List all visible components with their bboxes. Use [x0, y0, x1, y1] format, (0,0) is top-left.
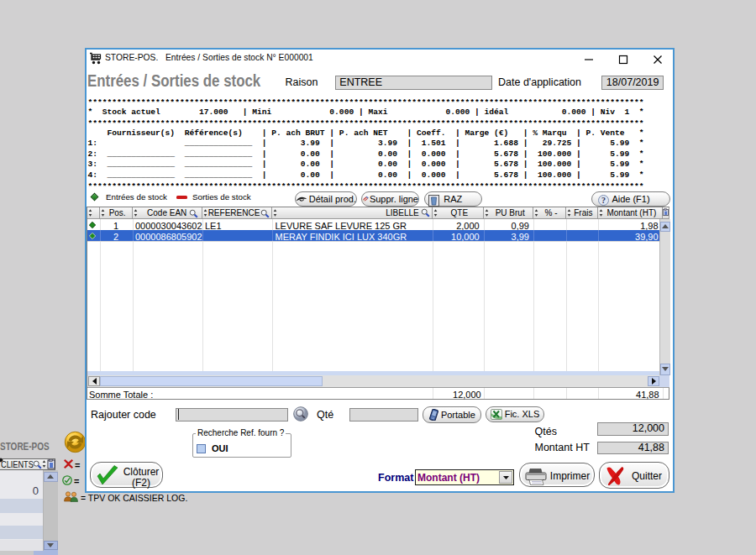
svg-text:?: ?: [601, 196, 606, 205]
